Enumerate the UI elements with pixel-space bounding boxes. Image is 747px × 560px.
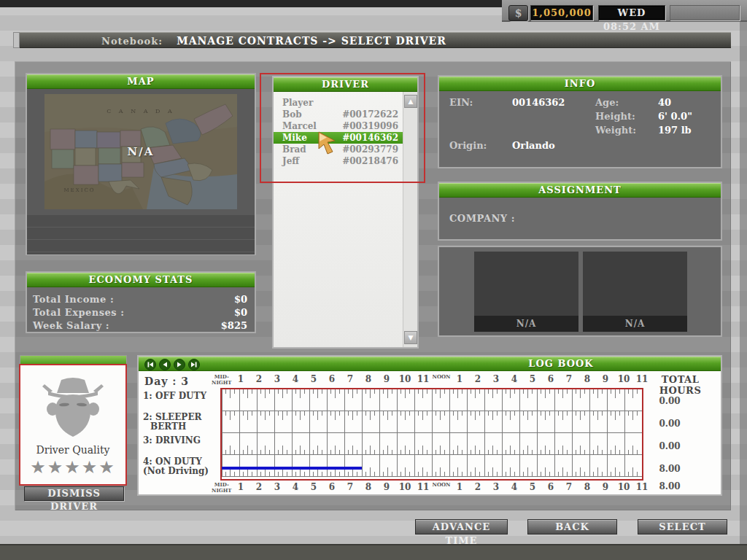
hour-label: 9 — [377, 373, 395, 386]
scroll-up-icon[interactable]: ▲ — [404, 95, 417, 108]
dismiss-driver-button[interactable]: DISMISS DRIVER — [24, 486, 124, 501]
hour-label: 1 — [231, 373, 249, 386]
driver-list-item[interactable]: Brad#00293779 — [274, 144, 403, 155]
hour-label: 8 — [359, 481, 377, 494]
hour-label: 6 — [541, 373, 560, 386]
hour-label: 10 — [395, 481, 414, 494]
info-field: EIN:00146362 — [449, 96, 595, 109]
logbook-panel: LOG BOOK Day : 3 MID- NIGHT1234567891011… — [137, 355, 722, 496]
driver-list: PlayerBob#00172622Marcel#00319096Mike#00… — [274, 92, 403, 347]
notebook-label: Notebook: — [101, 36, 163, 47]
logbook-title: LOG BOOK — [139, 357, 721, 370]
info-fields-right: Age:40Height:6' 0.0"Weight:197 lb — [595, 96, 719, 137]
assignment-slot: N/A — [583, 252, 687, 332]
assignment-header: ASSIGNMENT — [439, 183, 721, 198]
driver-quality-header-strip — [20, 355, 127, 365]
hour-label: 5 — [304, 373, 322, 386]
row-total-hours: 0.00 — [648, 419, 692, 429]
on-duty-hours-bar — [222, 467, 362, 470]
hour-label: 4 — [286, 373, 304, 386]
info-header: INFO — [439, 77, 721, 91]
economy-stats-panel: ECONOMY STATS Total Income :$0Total Expe… — [26, 271, 256, 333]
logbook-row-label: 2: SLEEPERBERTH — [143, 413, 219, 432]
hour-label: 4 — [505, 481, 523, 494]
hour-label: 3 — [268, 373, 286, 386]
row-total-hours: 8.00 — [648, 464, 692, 474]
driver-list-item[interactable]: Jeff#00218476 — [274, 155, 403, 167]
driver-list-panel: DRIVER PlayerBob#00172622Marcel#00319096… — [272, 76, 419, 349]
hud-blank-button — [670, 5, 740, 20]
hour-label: 1 — [450, 481, 468, 494]
hour-label: 10 — [614, 373, 632, 386]
hour-label: 10 — [614, 481, 632, 494]
hour-label: 8 — [578, 481, 596, 494]
info-field: Age:40 — [595, 96, 719, 109]
hour-label: 5 — [523, 481, 541, 494]
clock-display: WED 08:52 AM — [598, 5, 665, 20]
hour-label: 1 — [450, 373, 468, 386]
hour-label: 9 — [596, 373, 614, 386]
scroll-down-icon[interactable]: ▼ — [404, 331, 417, 344]
grid-row-sleeper-berth — [222, 411, 642, 433]
economy-stats-header: ECONOMY STATS — [27, 273, 255, 287]
economy-row: Week Salary :$825 — [33, 319, 247, 332]
assignment-panel: ASSIGNMENT COMPANY : — [438, 182, 722, 241]
hud-bar: $ 1,050,000 WED 08:52 AM — [502, 0, 747, 22]
hour-label: 7 — [560, 373, 578, 386]
grid-row-off-duty — [222, 389, 642, 411]
info-fields-left: EIN:00146362Origin:Orlando — [449, 96, 595, 152]
grand-total-hours: 8.00 — [648, 481, 692, 491]
driver-avatar-icon — [39, 376, 107, 438]
hour-label: 10 — [395, 373, 414, 386]
driver-list-item[interactable]: Marcel#00319096 — [274, 120, 403, 132]
hour-label: 8 — [359, 373, 377, 386]
total-hours-label: TOTAL HOURS — [642, 374, 719, 396]
hour-label: 4 — [286, 481, 304, 494]
logbook-header: LOG BOOK — [139, 357, 721, 371]
hour-label: 1 — [231, 481, 249, 494]
map-panel: MAP — [26, 73, 256, 255]
map-body: C A N A D A MEXICO N/A — [27, 89, 255, 254]
hour-label: 6 — [322, 373, 341, 386]
logbook-body: Day : 3 MID- NIGHT1234567891011NOON12345… — [139, 371, 721, 494]
money-icon[interactable]: $ — [508, 5, 528, 21]
notebook-title-bar: Notebook: MANAGE CONTRACTS -> SELECT DRI… — [20, 32, 731, 48]
grid-row-on-duty — [222, 455, 642, 477]
hour-label: 9 — [596, 481, 614, 494]
row-total-hours: 0.00 — [648, 441, 692, 451]
assignment-slot-caption: N/A — [474, 316, 578, 332]
hour-label: NOON — [432, 481, 450, 494]
map-empty-rows — [27, 215, 255, 254]
hour-scale-top: MID- NIGHT1234567891011NOON1234567891011 — [212, 373, 649, 386]
logbook-row-label: 1: OFF DUTY — [143, 392, 219, 401]
driver-quality-stars: ★★★★★ — [20, 457, 125, 478]
game-screen: $ 1,050,000 WED 08:52 AM Notebook: MANAG… — [0, 0, 747, 560]
assignment-slot-caption: N/A — [583, 316, 687, 332]
hour-label: NOON — [432, 373, 450, 386]
hour-scale-bottom: MID- NIGHT1234567891011NOON1234567891011 — [212, 481, 649, 494]
driver-list-item[interactable]: Player — [274, 97, 403, 109]
info-panel: INFO EIN:00146362Origin:Orlando Age:40He… — [438, 75, 722, 168]
driver-list-item[interactable]: Bob#00172622 — [274, 109, 403, 120]
hour-label: 2 — [468, 481, 487, 494]
page-title: MANAGE CONTRACTS -> SELECT DRIVER — [177, 35, 446, 47]
back-button[interactable]: BACK — [527, 519, 617, 534]
hour-label: 6 — [541, 481, 560, 494]
assignment-slot: N/A — [474, 252, 578, 332]
hour-label: 2 — [249, 481, 268, 494]
info-field: Weight:197 lb — [595, 123, 719, 137]
hour-label: 2 — [468, 373, 487, 386]
driver-list-item[interactable]: Mike#00146362 — [274, 132, 403, 144]
info-field: Origin:Orlando — [449, 139, 595, 152]
economy-row: Total Expenses :$0 — [33, 306, 247, 319]
select-button[interactable]: SELECT — [638, 519, 727, 534]
hour-label: MID- NIGHT — [212, 481, 231, 494]
advance-time-button[interactable]: ADVANCE TIME — [415, 519, 508, 534]
driver-quality-label: Driver Quality — [20, 444, 125, 456]
hour-label: 6 — [322, 481, 341, 494]
money-display: 1,050,000 — [530, 5, 593, 20]
map-na-overlay: N/A — [44, 94, 237, 209]
driver-list-scrollbar[interactable]: ▲ ▼ — [403, 92, 417, 347]
logbook-day-label: Day : 3 — [144, 376, 189, 387]
hour-label: 7 — [341, 481, 359, 494]
